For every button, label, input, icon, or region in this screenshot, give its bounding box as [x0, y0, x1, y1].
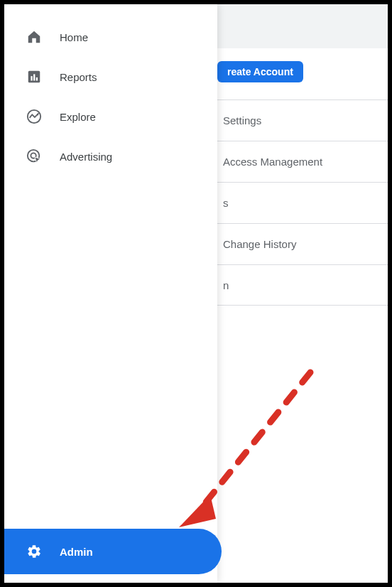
sidebar-item-advertising[interactable]: Advertising: [4, 136, 217, 176]
list-item-access-management[interactable]: Access Management: [217, 141, 388, 182]
create-account-button[interactable]: reate Account: [217, 61, 303, 82]
home-icon: [26, 28, 43, 45]
sidebar-item-label: Reports: [60, 71, 97, 83]
list-item-partial-n[interactable]: n: [217, 264, 388, 306]
sidebar: Home Reports Explore Advertising Admin: [4, 4, 217, 583]
sidebar-item-home[interactable]: Home: [4, 17, 217, 57]
svg-rect-2: [33, 74, 35, 80]
bar-chart-icon: [26, 68, 43, 85]
sidebar-item-explore[interactable]: Explore: [4, 97, 217, 136]
gear-icon: [26, 543, 43, 560]
svg-rect-3: [36, 77, 38, 81]
sidebar-item-label: Admin: [60, 546, 93, 558]
svg-rect-1: [31, 76, 32, 80]
list-item-partial-s[interactable]: s: [217, 182, 388, 223]
header-bar: [217, 4, 388, 48]
content-area: reate Account Settings Access Management…: [217, 4, 388, 583]
sidebar-item-label: Explore: [60, 111, 96, 123]
sidebar-item-label: Home: [60, 31, 88, 43]
sidebar-item-admin[interactable]: Admin: [4, 529, 222, 574]
list-item-change-history[interactable]: Change History: [217, 223, 388, 264]
content-body: reate Account Settings Access Management…: [217, 48, 388, 306]
sidebar-item-reports[interactable]: Reports: [4, 57, 217, 97]
target-click-icon: [26, 148, 43, 165]
list-item-settings[interactable]: Settings: [217, 99, 388, 141]
sidebar-nav: Home Reports Explore Advertising: [4, 4, 217, 529]
explore-icon: [26, 108, 43, 125]
sidebar-item-label: Advertising: [60, 151, 112, 163]
